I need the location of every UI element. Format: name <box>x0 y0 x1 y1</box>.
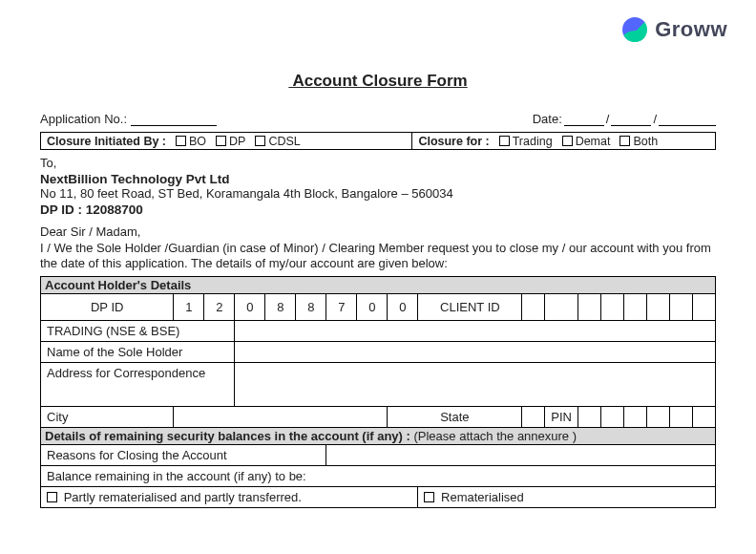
city-input[interactable] <box>174 406 388 427</box>
clientid-input[interactable] <box>693 293 716 320</box>
brand-name: Groww <box>655 17 727 42</box>
checkbox-bo[interactable]: BO <box>176 135 206 148</box>
bo-label: BO <box>189 135 206 148</box>
opt1-label: Partly rematerialised and partly transfe… <box>64 490 302 504</box>
checkbox-icon <box>216 136 226 146</box>
trading-label: TRADING (NSE & BSE) <box>41 320 235 341</box>
date-field: Date: / / <box>533 112 716 126</box>
correspondence-address-label: Address for Correspondence <box>41 362 235 406</box>
checkbox-demat[interactable]: Demat <box>562 135 611 148</box>
date-slash-2: / <box>653 112 657 126</box>
dpid-digit: 0 <box>388 293 418 320</box>
closure-initiated-box: Closure Initiated By : BO DP CDSL <box>40 132 411 150</box>
intro-text: I / We the Sole Holder /Guardian (in cas… <box>40 241 716 272</box>
option-remat[interactable]: Rematerialised <box>418 486 716 507</box>
sole-holder-label: Name of the Sole Holder <box>41 341 235 362</box>
section-balances: Details of remaining security balances i… <box>41 427 716 444</box>
pin-input[interactable] <box>624 406 647 427</box>
option-partly[interactable]: Partly rematerialised and partly transfe… <box>41 486 418 507</box>
table-row: Balance remaining in the account (if any… <box>41 465 716 486</box>
checkbox-icon <box>620 136 630 146</box>
clientid-input[interactable] <box>545 293 578 320</box>
checkbox-cdsl[interactable]: CDSL <box>255 135 300 148</box>
pin-input[interactable] <box>578 406 601 427</box>
pin-input[interactable] <box>670 406 693 427</box>
clientid-input[interactable] <box>647 293 670 320</box>
city-label: City <box>41 406 174 427</box>
closure-for-box: Closure for : Trading Demat Both <box>411 132 716 150</box>
date-label: Date: <box>533 112 562 126</box>
table-row: Address for Correspondence <box>41 362 716 406</box>
checkbox-icon <box>255 136 265 146</box>
state-label: State <box>388 406 522 427</box>
checkbox-icon <box>47 492 57 502</box>
dp-id-line: DP ID : 12088700 <box>40 202 716 217</box>
balances-note: (Please attach the annexure ) <box>413 429 577 443</box>
checkbox-icon <box>499 136 510 146</box>
checkbox-icon <box>562 136 573 146</box>
reasons-label: Reasons for Closing the Account <box>41 444 326 465</box>
state-input[interactable] <box>522 406 545 427</box>
checkbox-trading[interactable]: Trading <box>499 135 553 148</box>
appno-input[interactable] <box>131 113 217 126</box>
cdsl-label: CDSL <box>268 135 300 148</box>
date-day-input[interactable] <box>564 113 604 126</box>
account-holder-table: DP ID 1 2 0 8 8 7 0 0 CLIENT ID TRADING … <box>40 293 716 508</box>
dpid-digit: 1 <box>174 293 204 320</box>
appno-label: Application No.: <box>40 112 127 126</box>
table-row: Partly rematerialised and partly transfe… <box>41 486 716 507</box>
closurefor-label: Closure for : <box>418 135 489 148</box>
dpid-digit: 0 <box>357 293 388 320</box>
balances-title: Details of remaining security balances i… <box>45 429 413 443</box>
clientid-input[interactable] <box>522 293 545 320</box>
checkbox-both[interactable]: Both <box>620 135 658 148</box>
form-page: Account Closure Form Application No.: Da… <box>0 0 756 508</box>
table-row: Reasons for Closing the Account <box>41 444 716 465</box>
clientid-input[interactable] <box>578 293 601 320</box>
both-label: Both <box>633 135 658 148</box>
company-name: NextBillion Technology Pvt Ltd <box>40 172 716 186</box>
date-slash-1: / <box>606 112 610 126</box>
dpid-label: DP ID <box>41 293 174 320</box>
reasons-input[interactable] <box>326 444 716 465</box>
closure-row: Closure Initiated By : BO DP CDSL Closur… <box>40 132 716 150</box>
pin-input[interactable] <box>693 406 716 427</box>
section-account-holder: Account Holder's Details <box>40 276 716 293</box>
salutation: Dear Sir / Madam, <box>40 224 716 239</box>
checkbox-icon <box>176 136 186 146</box>
dpid-digit: 0 <box>235 293 265 320</box>
application-no: Application No.: <box>40 112 217 126</box>
to-label: To, <box>40 156 716 170</box>
opt2-label: Rematerialised <box>441 490 524 504</box>
dpid-digit: 8 <box>265 293 296 320</box>
dp-label: DP <box>229 135 245 148</box>
trading-label: Trading <box>513 135 553 148</box>
clientid-input[interactable] <box>601 293 624 320</box>
page-title: Account Closure Form <box>40 72 716 91</box>
correspondence-address-input[interactable] <box>235 362 716 406</box>
demat-label: Demat <box>576 135 611 148</box>
sole-holder-input[interactable] <box>235 341 716 362</box>
balance-label: Balance remaining in the account (if any… <box>41 465 716 486</box>
date-month-input[interactable] <box>611 113 651 126</box>
initiated-label: Closure Initiated By : <box>47 135 166 148</box>
table-row: City State PIN <box>41 406 716 427</box>
section-balances-header: Details of remaining security balances i… <box>41 427 716 444</box>
pin-input[interactable] <box>647 406 670 427</box>
date-year-input[interactable] <box>659 113 716 126</box>
checkbox-dp[interactable]: DP <box>216 135 245 148</box>
dpid-row: DP ID 1 2 0 8 8 7 0 0 CLIENT ID <box>41 293 716 320</box>
pin-label: PIN <box>545 406 578 427</box>
trading-input[interactable] <box>235 320 716 341</box>
pin-input[interactable] <box>601 406 624 427</box>
dpid-digit: 8 <box>296 293 326 320</box>
row-app-date: Application No.: Date: / / <box>40 112 716 126</box>
clientid-label: CLIENT ID <box>418 293 522 320</box>
company-address: No 11, 80 feet Road, ST Bed, Koramangala… <box>40 186 716 201</box>
clientid-input[interactable] <box>624 293 647 320</box>
dpid-digit: 7 <box>326 293 357 320</box>
clientid-input[interactable] <box>670 293 693 320</box>
checkbox-icon <box>424 492 434 502</box>
dpid-digit: 2 <box>204 293 235 320</box>
brand: Groww <box>622 17 727 42</box>
